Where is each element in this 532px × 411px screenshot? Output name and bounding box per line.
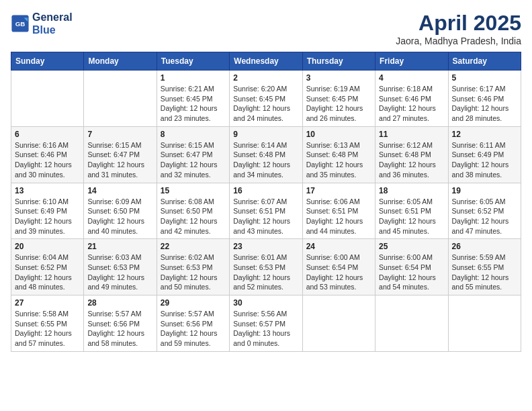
sunrise-text: Sunrise: 6:21 AM [161, 84, 226, 94]
day-number: 7 [87, 130, 152, 139]
daylight-text: Daylight: 13 hours and 0 minutes. [233, 328, 298, 348]
sunset-text: Sunset: 6:48 PM [379, 150, 444, 160]
day-info: Sunrise: 6:00 AMSunset: 6:54 PMDaylight:… [306, 253, 371, 292]
sunrise-text: Sunrise: 5:58 AM [15, 309, 80, 319]
calendar-cell: 6Sunrise: 6:16 AMSunset: 6:46 PMDaylight… [11, 126, 84, 183]
day-number: 5 [452, 73, 517, 83]
sunrise-text: Sunrise: 5:59 AM [452, 253, 517, 263]
day-number: 21 [87, 242, 152, 251]
daylight-text: Daylight: 12 hours and 58 minutes. [87, 328, 152, 348]
daylight-text: Daylight: 12 hours and 32 minutes. [161, 160, 226, 179]
day-info: Sunrise: 6:21 AMSunset: 6:45 PMDaylight:… [161, 84, 226, 124]
day-number: 24 [306, 242, 371, 251]
sunset-text: Sunset: 6:51 PM [379, 206, 444, 216]
day-info: Sunrise: 6:09 AMSunset: 6:50 PMDaylight:… [87, 197, 152, 236]
sunrise-text: Sunrise: 5:57 AM [161, 309, 226, 319]
daylight-text: Daylight: 12 hours and 31 minutes. [87, 160, 152, 179]
daylight-text: Daylight: 12 hours and 59 minutes. [161, 328, 226, 348]
title-block: April 2025 Jaora, Madhya Pradesh, India [396, 11, 521, 46]
sunrise-text: Sunrise: 6:04 AM [15, 253, 80, 263]
calendar-week-row: 13Sunrise: 6:10 AMSunset: 6:49 PMDayligh… [11, 183, 521, 239]
calendar-cell: 16Sunrise: 6:07 AMSunset: 6:51 PMDayligh… [230, 183, 302, 239]
daylight-text: Daylight: 12 hours and 38 minutes. [452, 160, 517, 179]
day-info: Sunrise: 6:17 AMSunset: 6:46 PMDaylight:… [452, 84, 517, 124]
day-info: Sunrise: 6:02 AMSunset: 6:53 PMDaylight:… [161, 253, 226, 292]
sunrise-text: Sunrise: 6:05 AM [452, 197, 517, 207]
daylight-text: Daylight: 12 hours and 40 minutes. [87, 216, 152, 236]
day-info: Sunrise: 6:15 AMSunset: 6:47 PMDaylight:… [161, 140, 226, 180]
day-info: Sunrise: 6:13 AMSunset: 6:48 PMDaylight:… [306, 140, 371, 180]
sunset-text: Sunset: 6:45 PM [233, 94, 298, 104]
weekday-header-saturday: Saturday [448, 52, 521, 71]
day-number: 1 [161, 73, 226, 83]
sunset-text: Sunset: 6:46 PM [452, 94, 517, 104]
sunset-text: Sunset: 6:57 PM [233, 319, 298, 329]
sunrise-text: Sunrise: 5:57 AM [87, 309, 152, 319]
day-info: Sunrise: 6:01 AMSunset: 6:53 PMDaylight:… [233, 253, 298, 292]
day-info: Sunrise: 6:11 AMSunset: 6:49 PMDaylight:… [452, 140, 517, 180]
page-header: GB General Blue April 2025 Jaora, Madhya… [11, 11, 521, 46]
daylight-text: Daylight: 12 hours and 24 minutes. [233, 103, 298, 123]
calendar-week-row: 1Sunrise: 6:21 AMSunset: 6:45 PMDaylight… [11, 71, 521, 127]
day-number: 10 [306, 130, 371, 139]
calendar-cell: 23Sunrise: 6:01 AMSunset: 6:53 PMDayligh… [230, 239, 302, 295]
sunset-text: Sunset: 6:56 PM [161, 319, 226, 329]
day-number: 16 [233, 186, 298, 195]
calendar-week-row: 6Sunrise: 6:16 AMSunset: 6:46 PMDaylight… [11, 126, 521, 183]
calendar-cell [84, 71, 157, 127]
daylight-text: Daylight: 12 hours and 49 minutes. [87, 273, 152, 292]
daylight-text: Daylight: 12 hours and 42 minutes. [161, 216, 226, 236]
sunset-text: Sunset: 6:46 PM [15, 150, 80, 160]
month-title: April 2025 [396, 11, 521, 36]
day-info: Sunrise: 5:57 AMSunset: 6:56 PMDaylight:… [87, 309, 152, 349]
day-number: 23 [233, 242, 298, 251]
day-number: 15 [161, 186, 226, 195]
sunrise-text: Sunrise: 6:08 AM [161, 197, 226, 207]
calendar-cell: 10Sunrise: 6:13 AMSunset: 6:48 PMDayligh… [302, 126, 375, 183]
calendar-cell: 26Sunrise: 5:59 AMSunset: 6:55 PMDayligh… [448, 239, 521, 295]
calendar-cell: 4Sunrise: 6:18 AMSunset: 6:46 PMDaylight… [375, 71, 448, 127]
calendar-cell: 13Sunrise: 6:10 AMSunset: 6:49 PMDayligh… [11, 183, 84, 239]
sunset-text: Sunset: 6:49 PM [15, 206, 80, 216]
calendar-cell: 21Sunrise: 6:03 AMSunset: 6:53 PMDayligh… [84, 239, 157, 295]
day-info: Sunrise: 6:00 AMSunset: 6:54 PMDaylight:… [379, 253, 444, 292]
sunrise-text: Sunrise: 6:20 AM [233, 84, 298, 94]
logo-line2: Blue [32, 24, 73, 36]
calendar-cell: 22Sunrise: 6:02 AMSunset: 6:53 PMDayligh… [157, 239, 229, 295]
calendar-week-row: 20Sunrise: 6:04 AMSunset: 6:52 PMDayligh… [11, 239, 521, 295]
day-number: 25 [379, 242, 444, 251]
calendar-week-row: 27Sunrise: 5:58 AMSunset: 6:55 PMDayligh… [11, 295, 521, 352]
calendar-cell: 28Sunrise: 5:57 AMSunset: 6:56 PMDayligh… [84, 295, 157, 352]
calendar-cell: 3Sunrise: 6:19 AMSunset: 6:45 PMDaylight… [302, 71, 375, 127]
day-info: Sunrise: 6:14 AMSunset: 6:48 PMDaylight:… [233, 140, 298, 180]
sunrise-text: Sunrise: 6:17 AM [452, 84, 517, 94]
sunset-text: Sunset: 6:46 PM [379, 94, 444, 104]
sunrise-text: Sunrise: 6:07 AM [233, 197, 298, 207]
day-number: 26 [452, 242, 517, 251]
calendar-cell: 8Sunrise: 6:15 AMSunset: 6:47 PMDaylight… [157, 126, 229, 183]
day-number: 22 [161, 242, 226, 251]
sunrise-text: Sunrise: 6:10 AM [15, 197, 80, 207]
sunset-text: Sunset: 6:54 PM [379, 263, 444, 273]
logo: GB General Blue [11, 11, 73, 36]
calendar-cell: 14Sunrise: 6:09 AMSunset: 6:50 PMDayligh… [84, 183, 157, 239]
sunrise-text: Sunrise: 6:01 AM [233, 253, 298, 263]
sunset-text: Sunset: 6:53 PM [233, 263, 298, 273]
sunset-text: Sunset: 6:52 PM [452, 206, 517, 216]
day-info: Sunrise: 6:08 AMSunset: 6:50 PMDaylight:… [161, 197, 226, 236]
sunset-text: Sunset: 6:47 PM [161, 150, 226, 160]
svg-text:GB: GB [15, 20, 26, 28]
day-info: Sunrise: 5:59 AMSunset: 6:55 PMDaylight:… [452, 253, 517, 292]
calendar-cell: 15Sunrise: 6:08 AMSunset: 6:50 PMDayligh… [157, 183, 229, 239]
calendar-cell [11, 71, 84, 127]
daylight-text: Daylight: 12 hours and 36 minutes. [379, 160, 444, 179]
daylight-text: Daylight: 12 hours and 57 minutes. [15, 328, 80, 348]
sunset-text: Sunset: 6:54 PM [306, 263, 371, 273]
day-info: Sunrise: 6:16 AMSunset: 6:46 PMDaylight:… [15, 140, 80, 180]
sunset-text: Sunset: 6:45 PM [306, 94, 371, 104]
day-info: Sunrise: 6:05 AMSunset: 6:52 PMDaylight:… [452, 197, 517, 236]
weekday-header-thursday: Thursday [302, 52, 375, 71]
sunset-text: Sunset: 6:49 PM [452, 150, 517, 160]
daylight-text: Daylight: 12 hours and 47 minutes. [452, 216, 517, 236]
sunset-text: Sunset: 6:47 PM [87, 150, 152, 160]
